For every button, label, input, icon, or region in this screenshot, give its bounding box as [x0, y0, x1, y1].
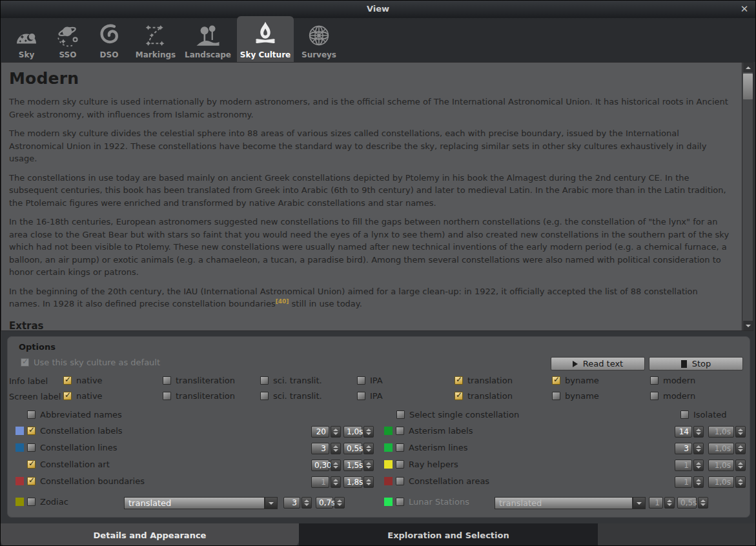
asterism-lines-fade-spinbox[interactable]: 1,0s — [708, 443, 734, 454]
tab-dso[interactable]: DSO — [91, 21, 127, 62]
spinbox-arrows-icon[interactable] — [301, 497, 312, 509]
zodiac-color-swatch[interactable] — [15, 498, 24, 506]
checkbox[interactable] — [27, 460, 36, 469]
checkbox[interactable] — [396, 460, 404, 469]
constellation-boundaries-thickness-spinbox[interactable]: 1 — [311, 476, 329, 488]
select-single-constellation-checkbox[interactable]: Select single constellation — [396, 410, 519, 420]
spinbox-arrows-icon[interactable] — [735, 443, 746, 454]
tab-surveys[interactable]: Surveys — [299, 21, 339, 62]
constellation-boundaries-color-swatch[interactable] — [15, 477, 24, 485]
spinbox-arrows-icon[interactable] — [693, 460, 704, 471]
spinbox-arrows-icon[interactable] — [363, 460, 374, 471]
checkbox[interactable] — [396, 477, 404, 485]
stop-button[interactable]: Stop — [649, 357, 743, 370]
checkbox[interactable] — [27, 443, 36, 452]
ray-helpers-color-swatch[interactable] — [384, 460, 393, 469]
screen-modern-checkbox[interactable]: modern — [650, 391, 695, 401]
checkbox[interactable] — [63, 376, 72, 385]
constellation-lines-thickness-spinbox[interactable]: 3 — [311, 443, 329, 454]
zodiac-style-dropdown[interactable]: translated — [124, 497, 265, 509]
checkbox[interactable] — [163, 376, 171, 385]
constellation-lines-fade-spinbox[interactable]: 0,5s — [343, 443, 362, 454]
close-icon[interactable]: ✕ — [738, 3, 751, 15]
isolated-checkbox[interactable]: Isolated — [680, 410, 727, 420]
constellation-areas-checkbox[interactable]: Constellation areas — [396, 476, 489, 486]
screen-ipa-checkbox[interactable]: IPA — [357, 391, 383, 401]
constellation-lines-checkbox[interactable]: Constellation lines — [27, 443, 117, 452]
constellation-art-fade-spinbox[interactable]: 1,5s — [343, 460, 362, 471]
spinbox-arrows-icon[interactable] — [363, 443, 374, 454]
constellation-labels-size-spinbox[interactable]: 20 — [311, 426, 329, 438]
asterism-lines-thickness-spinbox[interactable]: 3 — [675, 443, 692, 454]
tab-sky-culture[interactable]: Sky Culture — [237, 16, 294, 62]
constellation-areas-color-swatch[interactable] — [384, 477, 393, 485]
constellation-art-brightness-spinbox[interactable]: 0,30 — [311, 460, 329, 471]
constellation-labels-color-swatch[interactable] — [15, 427, 24, 435]
dropdown-arrow-icon[interactable] — [265, 497, 278, 509]
tab-markings[interactable]: Markings — [132, 21, 179, 62]
ray-helpers-checkbox[interactable]: Ray helpers — [396, 460, 458, 469]
checkbox[interactable] — [21, 358, 29, 367]
ray-helpers-thickness-spinbox[interactable]: 1 — [675, 460, 692, 471]
constellation-areas-fade-spinbox[interactable]: 1,0s — [708, 476, 734, 488]
lunar-stations-fade-spinbox[interactable]: 0,5s — [677, 497, 697, 509]
checkbox[interactable] — [27, 410, 36, 419]
checkbox[interactable] — [650, 392, 659, 400]
constellation-boundaries-fade-spinbox[interactable]: 1,8s — [343, 476, 362, 488]
checkbox[interactable] — [455, 392, 463, 400]
spinbox-arrows-icon[interactable] — [735, 426, 746, 438]
spinbox-arrows-icon[interactable] — [735, 476, 746, 488]
checkbox[interactable] — [27, 427, 36, 435]
constellation-art-checkbox[interactable]: Constellation art — [27, 460, 110, 469]
info-byname-checkbox[interactable]: byname — [552, 376, 599, 385]
screen-sci-translit-checkbox[interactable]: sci. translit. — [260, 391, 322, 401]
spinbox-arrows-icon[interactable] — [363, 426, 374, 438]
use-default-checkbox[interactable]: Use this sky culture as default — [21, 358, 160, 367]
zodiac-thickness-spinbox[interactable]: 3 — [283, 497, 300, 509]
zodiac-checkbox[interactable]: Zodiac — [27, 497, 68, 507]
constellation-labels-fade-spinbox[interactable]: 1,0s — [343, 426, 362, 438]
constellation-boundaries-checkbox[interactable]: Constellation boundaries — [27, 476, 145, 486]
footnote-link[interactable]: [40] — [276, 298, 289, 305]
checkbox[interactable] — [163, 392, 171, 400]
info-ipa-checkbox[interactable]: IPA — [357, 376, 383, 385]
spinbox-arrows-icon[interactable] — [698, 497, 708, 509]
dropdown-arrow-icon[interactable] — [633, 497, 646, 509]
read-text-button[interactable]: Read text — [551, 357, 645, 370]
tab-sky[interactable]: Sky — [8, 21, 45, 62]
zodiac-fade-spinbox[interactable]: 0,7s — [316, 497, 333, 509]
checkbox[interactable] — [357, 392, 365, 400]
checkbox[interactable] — [260, 392, 269, 400]
checkbox[interactable] — [27, 477, 36, 485]
title-bar[interactable]: View ✕ — [1, 1, 755, 19]
checkbox[interactable] — [455, 376, 463, 385]
lunar-stations-color-swatch[interactable] — [384, 498, 393, 506]
screen-native-checkbox[interactable]: native — [63, 391, 103, 401]
tab-details-and-appearance[interactable]: Details and Appearance — [1, 523, 299, 546]
info-transliteration-checkbox[interactable]: transliteration — [163, 376, 235, 385]
constellation-labels-checkbox[interactable]: Constellation labels — [27, 426, 123, 436]
screen-byname-checkbox[interactable]: byname — [552, 391, 599, 401]
asterism-labels-checkbox[interactable]: Asterism labels — [396, 426, 473, 436]
spinbox-arrows-icon[interactable] — [331, 460, 341, 471]
constellation-lines-color-swatch[interactable] — [15, 443, 24, 452]
spinbox-arrows-icon[interactable] — [363, 476, 374, 488]
spinbox-arrows-icon[interactable] — [331, 426, 341, 438]
vertical-scrollbar[interactable] — [742, 63, 753, 330]
asterism-labels-color-swatch[interactable] — [384, 427, 393, 435]
asterism-lines-checkbox[interactable]: Asterism lines — [396, 443, 468, 452]
scroll-down-icon[interactable] — [743, 321, 753, 330]
checkbox[interactable] — [357, 376, 365, 385]
spinbox-arrows-icon[interactable] — [664, 497, 675, 509]
checkbox[interactable] — [680, 410, 689, 419]
screen-translation-checkbox[interactable]: translation — [455, 391, 513, 401]
constellation-areas-thickness-spinbox[interactable]: 1 — [675, 476, 692, 488]
scrollbar-thumb[interactable] — [743, 74, 753, 99]
spinbox-arrows-icon[interactable] — [331, 443, 341, 454]
tab-exploration-and-selection[interactable]: Exploration and Selection — [299, 523, 598, 546]
spinbox-arrows-icon[interactable] — [693, 476, 704, 488]
checkbox[interactable] — [260, 376, 269, 385]
screen-transliteration-checkbox[interactable]: transliteration — [163, 391, 235, 401]
checkbox[interactable] — [27, 498, 36, 506]
checkbox[interactable] — [552, 392, 560, 400]
